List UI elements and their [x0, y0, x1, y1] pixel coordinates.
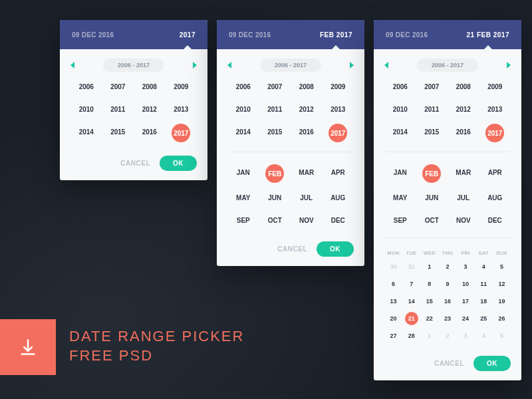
month-cell[interactable]: DEC [327, 212, 348, 228]
month-cell[interactable]: APR [484, 164, 505, 180]
day-cell[interactable]: 15 [423, 295, 436, 308]
year-cell[interactable]: 2007 [107, 78, 128, 94]
month-cell[interactable]: NOV [453, 212, 474, 228]
day-cell[interactable]: 1 [423, 329, 436, 342]
month-cell[interactable]: JUN [421, 190, 442, 205]
next-range-button[interactable] [350, 62, 354, 68]
day-cell[interactable]: 18 [477, 295, 490, 308]
day-cell[interactable]: 5 [495, 260, 508, 273]
year-cell[interactable]: 2013 [327, 101, 348, 117]
prev-range-button[interactable] [384, 62, 388, 68]
year-cell[interactable]: 2007 [421, 78, 442, 94]
year-cell[interactable]: 2008 [296, 78, 317, 94]
year-cell[interactable]: 2016 [139, 124, 160, 140]
header-start-date[interactable]: 09 DEC 2016 [229, 31, 271, 39]
month-cell[interactable]: MAR [453, 164, 474, 180]
day-cell[interactable]: 4 [477, 329, 490, 342]
year-cell[interactable]: 2015 [421, 124, 442, 140]
year-cell[interactable]: 2006 [390, 78, 411, 94]
day-cell[interactable]: 24 [459, 312, 472, 325]
day-cell[interactable]: 27 [387, 329, 400, 342]
header-start-date[interactable]: 09 DEC 2016 [72, 31, 114, 39]
ok-button[interactable]: OK [317, 241, 354, 257]
download-tile[interactable] [0, 319, 56, 375]
day-cell[interactable]: 14 [405, 295, 418, 308]
year-cell[interactable]: 2008 [139, 78, 160, 94]
next-range-button[interactable] [507, 62, 511, 68]
day-cell[interactable]: 16 [441, 295, 454, 308]
month-cell[interactable]: AUG [327, 190, 348, 205]
day-cell[interactable]: 4 [477, 260, 490, 273]
month-cell[interactable]: AUG [484, 190, 505, 205]
month-cell[interactable]: JAN [390, 164, 411, 180]
cancel-button[interactable]: CANCEL [277, 245, 307, 253]
year-cell[interactable]: 2017 [485, 124, 504, 142]
day-cell[interactable]: 20 [387, 312, 400, 325]
ok-button[interactable]: OK [160, 156, 197, 171]
year-cell[interactable]: 2010 [233, 101, 254, 117]
day-cell[interactable]: 1 [423, 260, 436, 273]
year-range-pill[interactable]: 2006 - 2017 [103, 59, 164, 72]
year-cell[interactable]: 2010 [390, 101, 411, 117]
day-cell[interactable]: 28 [405, 329, 418, 342]
year-cell[interactable]: 2014 [233, 124, 254, 140]
year-range-pill[interactable]: 2006 - 2017 [260, 59, 321, 72]
day-cell[interactable]: 10 [459, 277, 472, 291]
day-cell[interactable]: 25 [477, 312, 490, 325]
day-cell[interactable]: 2 [441, 260, 454, 273]
header-end-month[interactable]: FEB 2017 [320, 31, 352, 39]
ok-button[interactable]: OK [473, 356, 511, 371]
year-cell[interactable]: 2013 [170, 101, 192, 117]
cancel-button[interactable]: CANCEL [434, 360, 464, 367]
day-cell[interactable]: 5 [495, 329, 508, 342]
day-cell[interactable]: 13 [387, 295, 400, 308]
year-cell[interactable]: 2016 [296, 124, 317, 140]
month-cell[interactable]: DEC [484, 212, 505, 228]
header-start-date[interactable]: 09 DEC 2016 [386, 31, 428, 39]
header-end-year[interactable]: 2017 [180, 31, 196, 39]
day-cell[interactable]: 26 [495, 312, 508, 325]
next-range-button[interactable] [193, 62, 197, 68]
cancel-button[interactable]: CANCEL [120, 160, 150, 167]
year-cell[interactable]: 2012 [296, 101, 317, 117]
day-cell[interactable]: 11 [477, 277, 490, 291]
year-cell[interactable]: 2007 [264, 78, 285, 94]
prev-range-button[interactable] [227, 62, 231, 68]
year-cell[interactable]: 2008 [453, 78, 474, 94]
day-cell[interactable]: 9 [441, 277, 454, 291]
day-cell[interactable]: 7 [405, 277, 418, 291]
day-cell[interactable]: 3 [459, 329, 472, 342]
prev-range-button[interactable] [70, 62, 74, 68]
year-cell[interactable]: 2016 [453, 124, 474, 140]
month-cell[interactable]: APR [327, 164, 348, 180]
month-cell[interactable]: MAR [296, 164, 317, 180]
year-cell[interactable]: 2012 [139, 101, 160, 117]
year-cell[interactable]: 2011 [107, 101, 128, 117]
year-cell[interactable]: 2014 [76, 124, 97, 140]
day-cell[interactable]: 23 [441, 312, 454, 325]
month-cell[interactable]: MAY [233, 190, 254, 205]
year-cell[interactable]: 2014 [390, 124, 411, 140]
day-cell[interactable]: 12 [495, 277, 508, 291]
year-cell[interactable]: 2006 [76, 78, 97, 94]
year-cell[interactable]: 2012 [453, 101, 474, 117]
day-cell[interactable]: 8 [423, 277, 436, 291]
day-cell[interactable]: 2 [441, 329, 454, 342]
year-cell[interactable]: 2011 [264, 101, 285, 117]
year-cell[interactable]: 2017 [329, 124, 347, 142]
year-cell[interactable]: 2006 [233, 78, 254, 94]
year-cell[interactable]: 2011 [421, 101, 442, 117]
month-cell[interactable]: JUL [453, 190, 474, 205]
month-cell[interactable]: SEP [233, 212, 254, 228]
day-cell[interactable]: 21 [405, 312, 418, 325]
day-cell[interactable]: 3 [459, 260, 472, 273]
year-range-pill[interactable]: 2006 - 2017 [417, 59, 478, 72]
day-cell[interactable]: 6 [387, 277, 400, 291]
year-cell[interactable]: 2010 [76, 101, 97, 117]
year-cell[interactable]: 2015 [264, 124, 285, 140]
day-cell[interactable]: 22 [423, 312, 436, 325]
month-cell[interactable]: OCT [421, 212, 442, 228]
year-cell[interactable]: 2009 [170, 78, 192, 94]
month-cell[interactable]: NOV [296, 212, 317, 228]
day-cell[interactable]: 19 [495, 295, 508, 308]
